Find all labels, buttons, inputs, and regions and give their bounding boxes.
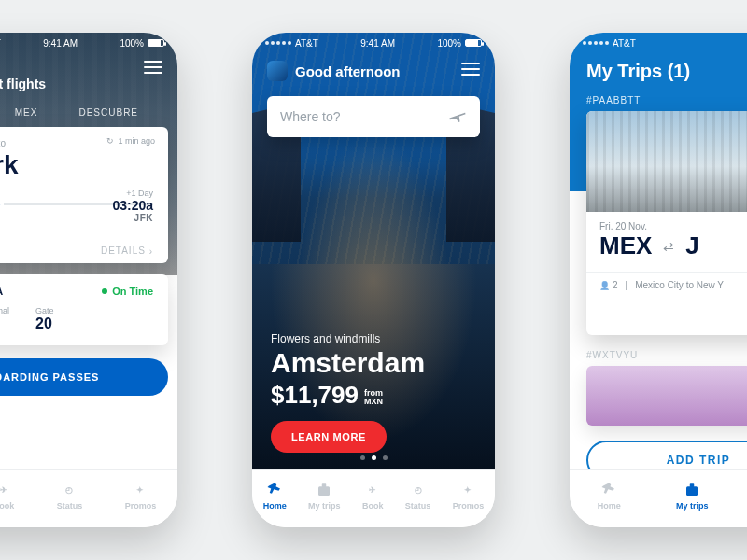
status-bar: AT&T 9:41 AM 100% [252,33,495,53]
suitcase-icon [315,482,333,498]
greeting-row: Good afternoon [252,53,495,81]
tab-discover[interactable]: DESCUBRE [78,107,138,118]
home-icon [265,482,284,498]
dot-active-icon [372,455,376,460]
tab-promos[interactable]: ✦Promos [125,482,157,511]
svg-rect-1 [322,483,327,487]
tab-to[interactable]: MEX [15,107,38,118]
search-input[interactable]: Where to? [267,96,480,137]
plane-icon: ✈ [0,482,13,498]
tab-status[interactable]: ◴Status [405,482,431,511]
terminal-block: Terminal A [0,306,9,332]
promo-tagline: Flowers and windmills [271,332,425,345]
hamburger-icon [461,63,480,76]
promo-currency: MXN [364,397,383,406]
tab-bar: ✈Book ◴Status ✦Promos [0,469,177,527]
passenger-count: 2 [599,280,618,290]
depart-date: Fri. 20 Nov. [599,221,647,231]
tab-mytrips[interactable]: My trips [308,482,341,511]
stop-count: 1 [0,197,4,207]
destination-city: ork [0,150,153,180]
trip-photo [586,111,747,212]
route-tabs: JFK → MEX DESCUBRE [0,92,177,127]
terminal-label: Terminal [0,306,9,315]
updated-ago: ↻1 min ago [106,136,155,146]
plane-icon [448,106,467,128]
promo-price: $11,799 [271,381,359,410]
suitcase-icon [683,482,701,498]
chevron-right-icon: › [149,246,153,257]
svg-rect-2 [686,486,698,496]
gate-block: Gate 20 [35,306,54,332]
tab-status[interactable]: ◴Status [57,482,83,511]
carousel-dots[interactable] [252,455,495,460]
greeting-text: Good afternoon [295,63,401,79]
pnr-label-2: #WXTVYU [570,335,747,366]
greeting-line2: our next flights [0,77,46,91]
tag-icon: ✦ [458,482,477,498]
three-phone-showcase: AT&T 9:41 AM 100% rnoon, our next flight… [0,0,747,560]
battery-label: 100% [120,38,144,49]
divider [586,272,747,273]
terminal-value: A [0,315,9,332]
learn-more-button[interactable]: LEARN MORE [271,421,387,453]
swap-icon: ⇄ [663,239,674,254]
tab-home[interactable]: Home [598,482,621,511]
flight-status-row[interactable]: • MIA On Time Terminal A Gate 20 [0,274,168,345]
page-title: My Trips (1) [570,53,747,82]
flight-card[interactable]: ↻1 min ago City to ork 1 MIA +1 Day 03:2… [0,127,168,263]
status-bar: AT&T 9:41 AM 100% [0,33,177,53]
carrier-label: AT&T [613,38,636,49]
gate-value: 20 [35,315,54,332]
arrival-code: JFK [134,213,153,223]
tab-book[interactable]: ✈Book [0,482,14,511]
battery-label: 100% [437,38,461,49]
svg-rect-3 [690,483,695,487]
promo-block: Flowers and windmills Amsterdam $11,799 … [271,332,425,410]
search-placeholder: Where to? [280,109,341,124]
refresh-icon: ↻ [106,136,114,146]
clock-label: 9:41 AM [43,38,78,49]
phone-home-promo: AT&T 9:41 AM 100% Good afternoon Where t… [252,33,495,527]
menu-button[interactable] [144,61,162,74]
route-label: • MIA [0,286,3,297]
clock-label: 9:41 AM [360,38,395,49]
arrival-block: +1 Day 03:20a JFK [112,189,153,223]
promo-destination: Amsterdam [271,347,425,379]
carrier-label: AT&T [0,38,1,49]
hamburger-icon [144,61,162,74]
clock-icon: ◴ [60,482,78,498]
tab-book[interactable]: ✈Book [362,482,384,511]
tab-bar: Home My trips ✈Book [570,469,747,527]
tab-promos[interactable]: ✦Promos [453,482,485,511]
arrival-time: 03:20a [112,198,153,213]
phone-upcoming-flights: AT&T 9:41 AM 100% rnoon, our next flight… [0,33,177,527]
boarding-passes-button[interactable]: OARDING PASSES [0,358,168,396]
home-icon [599,482,618,498]
to-code: J [685,231,698,260]
tab-home[interactable]: Home [263,482,287,511]
gate-label: Gate [35,306,54,315]
trip-card-secondary[interactable] [586,366,747,426]
tag-icon: ✦ [131,482,149,498]
details-link[interactable]: DETAILS › [0,245,153,256]
battery-icon [148,39,164,47]
pnr-label: #PAABBTT [570,82,747,111]
clock-icon: ◴ [409,482,428,498]
plane-icon: ✈ [363,482,382,498]
tab-mytrips[interactable]: My trips [676,482,709,511]
menu-button[interactable] [461,63,480,76]
carrier-label: AT&T [295,38,318,49]
trip-description: Mexico City to New Y [635,280,724,290]
from-code: MEX [599,231,652,260]
trip-card[interactable]: Fri. 20 Nov. Sat. MEX ⇄ J 2 | Mexico Cit… [586,111,747,335]
status-bar: AT&T 9:41 AM [570,33,747,53]
svg-rect-0 [318,486,330,496]
phone-my-trips: AT&T 9:41 AM My Trips (1) #PAABBTT Fri. … [570,33,747,527]
tab-bar: Home My trips ✈Book ◴Status ✦Promos [252,469,495,527]
status-badge: On Time [102,286,153,297]
battery-icon [465,39,482,47]
brand-logo-icon [267,61,288,81]
plus-day-label: +1 Day [126,189,153,198]
